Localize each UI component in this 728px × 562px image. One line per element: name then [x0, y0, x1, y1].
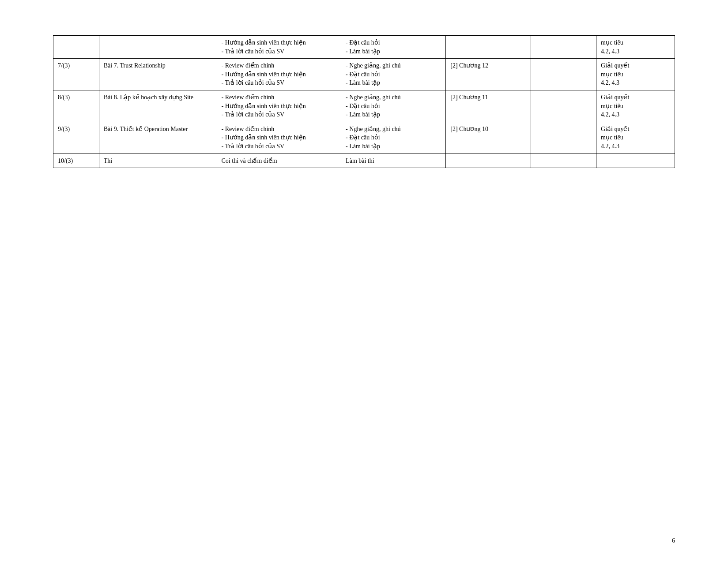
cont-instructor-text: - Hướng dẫn sinh viên thực hiện- Trả lời…	[222, 39, 306, 55]
row8-lesson: Bài 8. Lập kế hoạch xây dựng Site	[99, 90, 217, 122]
row8-outcome-text: Giải quyếtmục tiêu4.2, 4.3	[601, 94, 629, 118]
table-row: 8/(3) Bài 8. Lập kế hoạch xây dựng Site …	[53, 90, 675, 122]
row10-ref	[446, 154, 531, 168]
cont-empty	[531, 36, 596, 59]
row10-lesson: Thi	[99, 154, 217, 168]
row10-week: 10/(3)	[53, 154, 99, 168]
row7-student-text: - Nghe giảng, ghi chú- Đặt câu hỏi- Làm …	[346, 62, 400, 86]
cont-week	[53, 36, 99, 59]
row8-week: 8/(3)	[53, 90, 99, 122]
row9-outcome-text: Giải quyếtmục tiêu4.2, 4.3	[601, 126, 629, 150]
row7-lesson: Bài 7. Trust Relationship	[99, 59, 217, 90]
main-table: - Hướng dẫn sinh viên thực hiện- Trả lời…	[53, 35, 675, 168]
row9-outcome: Giải quyếtmục tiêu4.2, 4.3	[596, 122, 675, 154]
page-container: - Hướng dẫn sinh viên thực hiện- Trả lời…	[0, 0, 728, 562]
row8-ref: [2] Chương 11	[446, 90, 531, 122]
row9-empty	[531, 122, 596, 154]
row7-instructor: - Review điểm chính- Hướng dẫn sinh viên…	[217, 59, 341, 90]
table-row: 10/(3) Thi Coi thi và chấm điểm Làm bài …	[53, 154, 675, 168]
cont-student: - Đặt câu hỏi- Làm bài tập	[341, 36, 446, 59]
row9-student: - Nghe giảng, ghi chú- Đặt câu hỏi- Làm …	[341, 122, 446, 154]
row7-week: 7/(3)	[53, 59, 99, 90]
table-row: 9/(3) Bài 9. Thiết kế Operation Master -…	[53, 122, 675, 154]
row10-student: Làm bài thi	[341, 154, 446, 168]
row7-empty	[531, 59, 596, 90]
row8-instructor: - Review điểm chính- Hướng dẫn sinh viên…	[217, 90, 341, 122]
cont-ref	[446, 36, 531, 59]
cont-lesson	[99, 36, 217, 59]
row9-ref: [2] Chương 10	[446, 122, 531, 154]
page-number: 6	[672, 537, 675, 544]
row7-outcome-text: Giải quyếtmục tiêu4.2, 4.3	[601, 62, 629, 86]
table-row: 7/(3) Bài 7. Trust Relationship - Review…	[53, 59, 675, 90]
row7-ref: [2] Chương 12	[446, 59, 531, 90]
row7-outcome: Giải quyếtmục tiêu4.2, 4.3	[596, 59, 675, 90]
row9-instructor-text: - Review điểm chính- Hướng dẫn sinh viên…	[222, 126, 306, 150]
row8-student-text: - Nghe giảng, ghi chú- Đặt câu hỏi- Làm …	[346, 94, 400, 118]
row9-instructor: - Review điểm chính- Hướng dẫn sinh viên…	[217, 122, 341, 154]
row9-student-text: - Nghe giảng, ghi chú- Đặt câu hỏi- Làm …	[346, 126, 400, 150]
cont-student-text: - Đặt câu hỏi- Làm bài tập	[346, 39, 380, 55]
row9-lesson: Bài 9. Thiết kế Operation Master	[99, 122, 217, 154]
row7-student: - Nghe giảng, ghi chú- Đặt câu hỏi- Làm …	[341, 59, 446, 90]
row10-outcome	[596, 154, 675, 168]
continuation-row: - Hướng dẫn sinh viên thực hiện- Trả lời…	[53, 36, 675, 59]
cont-outcome-text: mục tiêu4.2, 4.3	[601, 39, 623, 55]
row8-empty	[531, 90, 596, 122]
row10-empty	[531, 154, 596, 168]
cont-outcome: mục tiêu4.2, 4.3	[596, 36, 675, 59]
cont-instructor: - Hướng dẫn sinh viên thực hiện- Trả lời…	[217, 36, 341, 59]
row8-outcome: Giải quyếtmục tiêu4.2, 4.3	[596, 90, 675, 122]
row8-instructor-text: - Review điểm chính- Hướng dẫn sinh viên…	[222, 94, 306, 118]
row10-instructor: Coi thi và chấm điểm	[217, 154, 341, 168]
row7-instructor-text: - Review điểm chính- Hướng dẫn sinh viên…	[222, 62, 306, 86]
row9-week: 9/(3)	[53, 122, 99, 154]
row8-student: - Nghe giảng, ghi chú- Đặt câu hỏi- Làm …	[341, 90, 446, 122]
